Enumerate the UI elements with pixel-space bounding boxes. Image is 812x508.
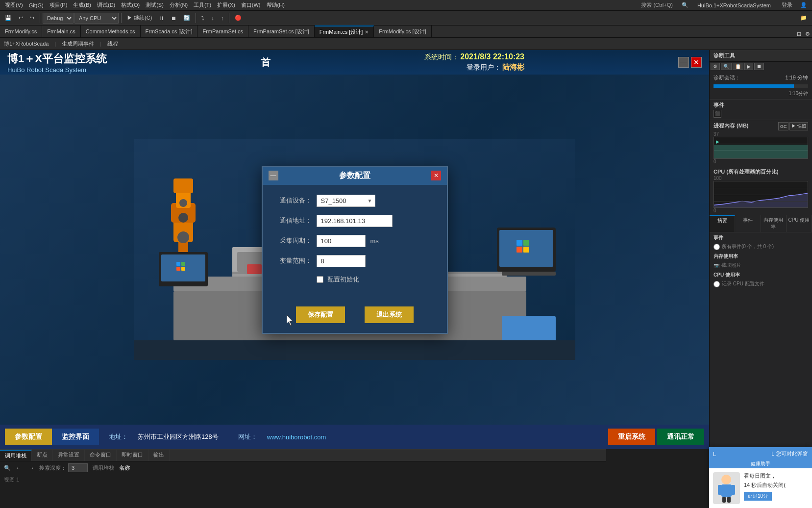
bottom-tab-exceptions[interactable]: 异常设置 [53, 450, 85, 461]
menu-git[interactable]: Git(G) [26, 2, 47, 8]
debug-mode-select[interactable]: Debug [43, 13, 74, 24]
menu-ext[interactable]: 扩展(X) [214, 1, 238, 9]
range-input[interactable] [317, 255, 366, 267]
right-tab-summary[interactable]: 摘要 [710, 215, 735, 232]
device-select[interactable]: S7_1500 [317, 195, 375, 207]
menu-tools[interactable]: 工具(T) [191, 1, 214, 9]
dialog-range-row: 变量范围： [277, 255, 432, 267]
tab-frm-main[interactable]: FrmMain.cs [42, 25, 80, 37]
scada-body: X惠博机器人 [0, 75, 709, 425]
mem-usage-section-label: 内存使用率 [714, 253, 808, 260]
panel-tool-1[interactable]: ⚙ [711, 63, 720, 70]
design-area: 博1＋X平台监控系统 HuiBo Robot Scada System 首 系统… [0, 50, 709, 508]
toolbar-sep2 [121, 13, 122, 23]
continue-btn[interactable]: ▶ 继续(C) [124, 13, 155, 23]
panel-tool-3[interactable]: 📋 [733, 63, 743, 70]
tab-frm-param-set-design[interactable]: FrmParamSet.cs [设计] [248, 25, 315, 37]
param-config-bottom-btn[interactable]: 参数配置 [5, 429, 52, 445]
menu-help[interactable]: 帮助(H) [264, 1, 288, 9]
search-fwd-btn[interactable]: → [26, 464, 37, 472]
right-tab-memory[interactable]: 内存使用率 [761, 215, 787, 232]
scada-title-block: 博1＋X平台监控系统 HuiBo Robot Scada System [7, 51, 107, 74]
scada-bottom-info: 地址： 苏州市工业园区方洲路128号 网址： www.huiborobot.co… [99, 432, 608, 441]
bottom-tab-breakpoints[interactable]: 断点 [32, 450, 53, 461]
project-label: 博1+XRobotScada [2, 40, 50, 48]
search-depth-input[interactable] [68, 463, 88, 472]
events-section-label: 事件 [714, 234, 808, 241]
menu-format[interactable]: 格式(O) [118, 1, 143, 9]
panel-toolbar: ⚙ 🔍 📋 ▶ ⏹ [710, 62, 812, 71]
toolbar-redo[interactable]: ↪ [27, 14, 37, 22]
menu-window[interactable]: 窗口(W) [238, 1, 264, 9]
events-all-label: 所有事件(0 个，共 0 个) [722, 243, 774, 250]
bottom-tab-output[interactable]: 输出 [148, 450, 170, 461]
toolbar-undo[interactable]: ↩ [16, 14, 26, 22]
period-label: 采集周期： [277, 236, 312, 245]
menu-debug[interactable]: 调试(D) [94, 1, 118, 9]
save-config-btn[interactable]: 保存配置 [296, 306, 345, 323]
tab-frm-modify[interactable]: FrmModify.cs [0, 25, 42, 37]
restart-system-btn[interactable]: 重启系统 [608, 429, 655, 445]
dialog-close-btn[interactable]: ✕ [431, 171, 441, 180]
menu-build[interactable]: 生成(B) [70, 1, 94, 9]
dialog-minimize-btn[interactable]: — [269, 171, 278, 180]
health-close-btn[interactable]: 延迟10分 [744, 492, 772, 501]
gc-btn[interactable]: GC [778, 122, 789, 130]
quick-snapshot-btn[interactable]: ▶ 快照 [789, 122, 808, 130]
cpu-usage-section-label: CPU 使用率 [714, 272, 808, 279]
bottom-tab-command[interactable]: 命令窗口 [85, 450, 117, 461]
tab-common-methods[interactable]: CommonMethods.cs [81, 25, 141, 37]
login-btn[interactable]: 登录 [779, 1, 795, 9]
tab-frm-modify-design[interactable]: FrmModify.cs [设计] [374, 25, 431, 37]
tab-settings-icon[interactable]: ⚙ [803, 31, 812, 37]
step-out[interactable]: ↑ [218, 14, 227, 22]
cpu-select[interactable]: Any CPU [74, 13, 119, 24]
step-in[interactable]: ↓ [208, 14, 217, 22]
right-tab-cpu[interactable]: CPU 使用 [787, 215, 812, 232]
scada-close-btn[interactable]: ✕ [691, 57, 702, 68]
menu-project[interactable]: 项目(P) [47, 1, 71, 9]
right-tab-events[interactable]: 事件 [735, 215, 761, 232]
col-name-label: 名称 [119, 464, 130, 472]
bottom-header-label: 调用堆栈 [93, 464, 114, 472]
exit-system-btn[interactable]: 退出系统 [365, 306, 414, 323]
toolbar-save[interactable]: 💾 [2, 14, 15, 22]
dialog-address-row: 通信地址： [277, 215, 432, 227]
solution-explorer-btn[interactable]: 📁 [797, 14, 810, 22]
svg-marker-45 [714, 193, 808, 207]
search-depth-label: 搜索深度： [39, 464, 66, 472]
monitor-btn[interactable]: 监控界面 [52, 429, 99, 445]
health-title-bar: 健康助手 [709, 459, 812, 468]
events-radio-all[interactable] [714, 244, 720, 250]
scada-minimize-btn[interactable]: — [678, 57, 689, 68]
search-back-btn[interactable]: ← [13, 464, 24, 472]
menu-test[interactable]: 测试(S) [143, 1, 167, 9]
comms-btn[interactable]: 通讯正常 [657, 429, 704, 445]
right-panel-title: 诊断工具 [710, 50, 812, 62]
bottom-tab-immediate[interactable]: 即时窗口 [117, 450, 148, 461]
menu-view[interactable]: 视图(V) [2, 1, 26, 9]
diag-progress-fill [714, 84, 794, 88]
tab-frm-scada-design[interactable]: FrmScada.cs [设计] [141, 25, 198, 37]
tab-list-btn[interactable]: ⊞ [795, 31, 803, 37]
event-label: 生成周期事件 [60, 40, 96, 48]
svg-rect-50 [722, 497, 726, 503]
pause-btn[interactable]: ⏸ [156, 14, 167, 22]
period-input[interactable] [317, 235, 366, 247]
step-over[interactable]: ⤵ [198, 14, 207, 22]
tab-frm-main-design[interactable]: FrmMain.cs [设计] ✕ [315, 25, 374, 37]
tab-close-icon[interactable]: ✕ [365, 29, 369, 35]
init-checkbox[interactable] [317, 276, 323, 283]
cpu-record-radio[interactable] [714, 281, 720, 287]
thread-label: 线程 [105, 40, 120, 48]
tab-frm-param-set[interactable]: FrmParamSet.cs [197, 25, 248, 37]
restart-btn[interactable]: 🔄 [180, 14, 193, 22]
panel-tool-5[interactable]: ⏹ [754, 63, 764, 70]
bottom-tab-callstack[interactable]: 调用堆栈 [0, 450, 32, 461]
bp-btn[interactable]: 🔴 [232, 14, 245, 22]
panel-tool-2[interactable]: 🔍 [721, 63, 732, 70]
panel-tool-4[interactable]: ▶ [744, 63, 753, 70]
stop-btn[interactable]: ⏹ [168, 14, 179, 22]
address-input[interactable] [317, 215, 393, 227]
menu-analyze[interactable]: 分析(N) [167, 1, 191, 9]
